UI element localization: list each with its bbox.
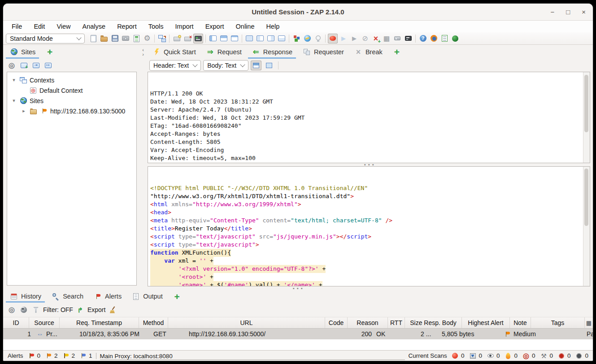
tag-button[interactable] [392, 34, 402, 43]
terminal-bt-button[interactable] [193, 34, 203, 43]
response-header-pane[interactable]: HTTP/1.1 200 OKDate: Wed, 18 Oct 2023 18… [148, 72, 590, 163]
column-header-rtt[interactable]: RTT [388, 317, 405, 328]
layout-tab1-button[interactable] [244, 34, 254, 43]
maximize-button[interactable]: □ [566, 8, 570, 16]
response-body-pane[interactable]: <!DOCTYPE html PUBLIC "-//W3C//DTD XHTML… [148, 166, 590, 286]
column-header-url[interactable]: URL [168, 317, 325, 328]
work-tab-response[interactable]: ⇐Response [247, 45, 297, 59]
menu-view[interactable]: View [51, 22, 76, 31]
broom-icon[interactable] [108, 305, 117, 314]
column-header-tags[interactable]: Tags [531, 317, 585, 328]
tab-sites[interactable]: Sites [5, 45, 40, 59]
help-button[interactable]: ? [418, 34, 428, 43]
new-session-button[interactable] [88, 34, 98, 43]
chevron-right-icon[interactable]: ▸ [21, 108, 27, 114]
column-header-size-resp-body[interactable]: Size Resp. Body [405, 317, 462, 328]
bottom-tab-output[interactable]: Output [127, 290, 167, 303]
firefox-button[interactable] [429, 34, 439, 43]
tree-node-sites[interactable]: ▾Sites [7, 95, 136, 106]
mode-select[interactable]: Standard Mode [6, 34, 85, 43]
layout-tab2-button[interactable] [255, 34, 265, 43]
tree-node-default-context[interactable]: ◎Default Context [7, 85, 136, 95]
java-swirl-button[interactable] [302, 34, 312, 43]
tab-blocks-button[interactable] [291, 34, 301, 43]
close-button[interactable]: × [582, 8, 586, 16]
filter-label[interactable]: Filter: OFF [43, 306, 73, 313]
layout-full-button[interactable] [230, 34, 239, 43]
step-button[interactable]: ▶ [339, 34, 348, 43]
bottom-tab-search[interactable]: Search [47, 290, 88, 303]
layout-left-button[interactable] [208, 34, 218, 43]
scrollbar-thumb[interactable] [584, 75, 588, 132]
work-tab-request[interactable]: ⇒Request [201, 45, 246, 59]
menu-edit[interactable]: Edit [28, 22, 51, 31]
column-picker-icon[interactable]: ▦ [585, 318, 593, 327]
open-session-button[interactable] [99, 34, 109, 43]
export-button[interactable]: Export [87, 306, 105, 313]
snapshot-session-button[interactable] [121, 34, 131, 43]
column-header-highest-alert[interactable]: Highest Alert [462, 317, 510, 328]
record-button[interactable] [328, 34, 338, 43]
filter-funnel-icon[interactable] [31, 305, 40, 314]
swap-layout-button[interactable] [157, 34, 167, 43]
column-header-reason[interactable]: Reason [348, 317, 388, 328]
options-gear-button[interactable]: ⚙ [142, 34, 152, 43]
scrollbar-thumb[interactable] [584, 169, 588, 226]
bottom-tab-alerts[interactable]: Alerts [89, 290, 126, 303]
menu-file[interactable]: File [6, 22, 28, 31]
add-tab-button[interactable]: + [41, 45, 59, 59]
script-notes-button[interactable] [439, 34, 449, 43]
work-tab-break[interactable]: ×Break [349, 45, 387, 59]
body-view-select[interactable]: Body: Text [203, 60, 248, 71]
column-header-note[interactable]: Note [510, 317, 531, 328]
column-header-id[interactable]: ID [3, 317, 29, 328]
add-tab-button[interactable]: + [388, 45, 406, 59]
view-combined-button[interactable] [264, 61, 274, 70]
menu-help[interactable]: Help [260, 22, 285, 31]
column-header-source[interactable]: Source [29, 317, 60, 328]
bottom-tab-history[interactable]: History [5, 290, 46, 303]
chevron-down-icon[interactable]: ▾ [11, 77, 17, 83]
menu-online[interactable]: Online [230, 22, 261, 31]
scrollbar[interactable] [583, 72, 590, 163]
target-gray-button[interactable]: ◎ [7, 61, 17, 70]
tree-node-contexts[interactable]: ▾Contexts [7, 75, 136, 85]
menu-analyse[interactable]: Analyse [77, 22, 112, 31]
table-row[interactable]: 1⇔Pr...10/18/23, 8:35:06 PMGEThttp://192… [3, 329, 593, 339]
ctx-import-button[interactable]: ⇥ [31, 61, 41, 70]
panel-collapse-arrows[interactable]: ‹› [140, 48, 146, 56]
horizontal-splitter[interactable]: ▪ ▪ ▪ [146, 163, 593, 166]
column-header-req-timestamp[interactable]: Req. Timestamp [60, 317, 139, 328]
globe-gray-button[interactable] [19, 305, 29, 315]
add-tab-button[interactable]: + [168, 290, 186, 303]
work-tab-requester[interactable]: Requester [298, 45, 348, 59]
ctx-export-button[interactable]: ↦ [43, 61, 53, 70]
column-header-code[interactable]: Code [325, 317, 348, 328]
menu-report[interactable]: Report [111, 22, 143, 31]
save-session-button[interactable] [110, 34, 120, 43]
menu-import[interactable]: Import [170, 22, 200, 31]
chevron-down-icon[interactable]: ▾ [11, 98, 17, 104]
layout-split-button[interactable] [219, 34, 229, 43]
play-button[interactable]: ▶ [349, 34, 359, 43]
view-split-button[interactable] [251, 61, 261, 70]
break-add-button[interactable]: ×+ [371, 34, 381, 43]
bottom-splitter[interactable]: ▪ ▪ ▪ [3, 286, 593, 290]
header-view-select[interactable]: Header: Text [149, 60, 201, 71]
ctx-new-button[interactable]: + [19, 61, 29, 70]
tree-node-http-192-168-69-130-5000[interactable]: ▸http://192.168.69.130:5000 [7, 106, 136, 116]
stop-deny-button[interactable]: ⊘ [360, 34, 370, 43]
console-remove-button[interactable]: × [183, 34, 192, 43]
lightbulb-button[interactable] [313, 34, 323, 43]
menu-export[interactable]: Export [200, 22, 230, 31]
minimize-button[interactable]: − [550, 8, 554, 16]
work-tab-quick-start[interactable]: Quick Start [148, 45, 200, 59]
terminal-dark-button[interactable] [403, 34, 413, 43]
layout-tab3-button[interactable] [266, 34, 276, 43]
export-arrow-icon[interactable]: ↱ [76, 305, 85, 314]
session-properties-button[interactable] [172, 34, 182, 43]
target-gray-button[interactable]: ◎ [7, 305, 17, 315]
layout-tab4-button[interactable] [277, 34, 287, 43]
scrollbar[interactable] [583, 167, 590, 286]
online-status-button[interactable] [450, 34, 460, 43]
